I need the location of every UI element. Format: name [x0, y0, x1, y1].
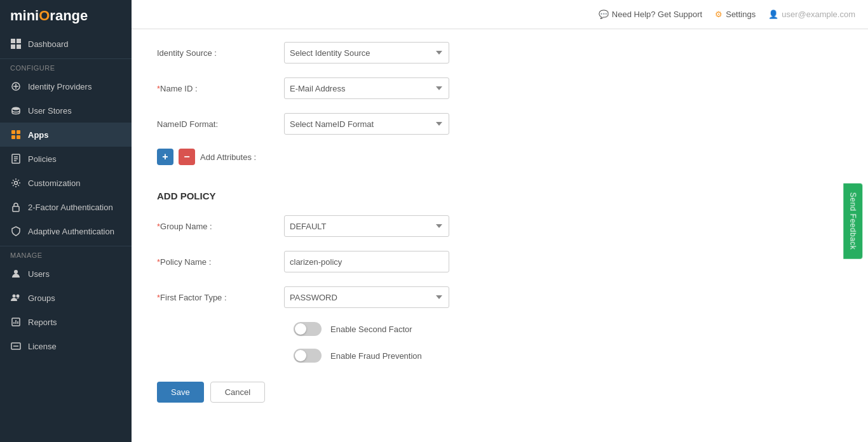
- first-factor-label: *First Factor Type :: [157, 293, 284, 302]
- svg-point-16: [14, 270, 18, 274]
- identity-source-label: Identity Source :: [157, 48, 284, 58]
- nameid-format-select[interactable]: Select NameID Format: [284, 113, 449, 135]
- sidebar-item-policies[interactable]: Policies: [0, 147, 132, 171]
- logo: miniOrange: [0, 0, 132, 32]
- add-attribute-button[interactable]: +: [157, 149, 173, 165]
- help-label: Need Help? Get Support: [612, 10, 702, 19]
- name-id-row: *Name ID : E-Mail Address: [157, 77, 843, 99]
- sidebar-adaptive-auth-label: Adaptive Authentication: [28, 227, 114, 236]
- form-container: Identity Source : Select Identity Source…: [132, 29, 868, 442]
- nameid-format-row: NameID Format: Select NameID Format: [157, 113, 843, 135]
- sidebar-item-license[interactable]: License: [0, 334, 132, 358]
- svg-point-18: [17, 295, 20, 298]
- sidebar-users-label: Users: [28, 269, 50, 279]
- sidebar-user-stores-label: User Stores: [28, 106, 72, 116]
- sidebar-identity-providers-label: Identity Providers: [28, 82, 92, 91]
- identity-providers-icon: [10, 81, 22, 92]
- sidebar: miniOrange Dashboard Configure Identity …: [0, 0, 132, 442]
- logo-mini: mini: [10, 8, 39, 23]
- sidebar-policies-label: Policies: [28, 154, 57, 164]
- sidebar-item-2fa[interactable]: 2-Factor Authentication: [0, 195, 132, 219]
- customization-icon: [10, 177, 22, 189]
- svg-point-17: [13, 295, 16, 298]
- svg-rect-7: [17, 130, 20, 134]
- svg-rect-3: [17, 44, 21, 49]
- first-factor-select[interactable]: PASSWORD: [284, 286, 449, 308]
- nameid-format-label: NameID Format:: [157, 119, 284, 129]
- second-factor-label: Enable Second Factor: [330, 325, 412, 334]
- manage-section: Manage: [0, 246, 132, 262]
- user-label: user@example.com: [782, 10, 855, 19]
- svg-rect-8: [11, 135, 15, 139]
- license-icon: [10, 340, 22, 352]
- sidebar-item-customization[interactable]: Customization: [0, 171, 132, 195]
- sidebar-customization-label: Customization: [28, 178, 80, 188]
- svg-rect-15: [13, 206, 19, 211]
- add-attributes-row: + − Add Attributes :: [157, 149, 843, 165]
- remove-attribute-button[interactable]: −: [179, 149, 195, 165]
- user-stores-icon: [10, 105, 22, 116]
- sidebar-item-groups[interactable]: Groups: [0, 286, 132, 310]
- topbar: 💬 Need Help? Get Support ⚙ Settings 👤 us…: [132, 0, 868, 29]
- dashboard-icon: [10, 38, 22, 50]
- help-icon: 💬: [599, 10, 609, 19]
- sidebar-item-adaptive-auth[interactable]: Adaptive Authentication: [0, 219, 132, 243]
- second-factor-toggle-knob: [295, 323, 306, 335]
- sidebar-item-dashboard[interactable]: Dashboard: [0, 32, 132, 56]
- second-factor-toggle[interactable]: [294, 322, 322, 336]
- name-id-select[interactable]: E-Mail Address: [284, 77, 449, 99]
- identity-source-select[interactable]: Select Identity Source: [284, 42, 449, 64]
- policy-name-input[interactable]: [284, 251, 449, 272]
- save-button[interactable]: Save: [157, 382, 204, 403]
- svg-point-5: [12, 107, 20, 110]
- fraud-prevention-label: Enable Fraud Prevention: [330, 351, 422, 361]
- sidebar-groups-label: Groups: [28, 293, 55, 303]
- send-feedback-tab[interactable]: Send Feedback: [844, 184, 863, 259]
- sidebar-license-label: License: [28, 342, 57, 351]
- groups-icon: [10, 292, 22, 304]
- sidebar-item-user-stores[interactable]: User Stores: [0, 98, 132, 123]
- logo-o: O: [39, 8, 50, 23]
- logo-range: range: [50, 8, 88, 23]
- sidebar-apps-label: Apps: [28, 130, 49, 140]
- fraud-prevention-toggle-knob: [295, 350, 306, 361]
- user-profile[interactable]: 👤 user@example.com: [768, 10, 855, 19]
- apps-icon: [10, 129, 22, 140]
- fraud-prevention-toggle-row: Enable Fraud Prevention: [157, 349, 843, 363]
- sidebar-item-apps[interactable]: Apps: [0, 123, 132, 147]
- sidebar-item-identity-providers[interactable]: Identity Providers: [0, 74, 132, 98]
- policies-icon: [10, 153, 22, 164]
- fraud-prevention-toggle[interactable]: [294, 349, 322, 363]
- user-icon: 👤: [768, 10, 778, 19]
- group-name-select[interactable]: DEFAULT: [284, 215, 449, 237]
- main-wrapper: 💬 Need Help? Get Support ⚙ Settings 👤 us…: [132, 0, 868, 442]
- policy-name-row: *Policy Name :: [157, 251, 843, 272]
- second-factor-toggle-row: Enable Second Factor: [157, 322, 843, 336]
- configure-section: Configure: [0, 58, 132, 74]
- sidebar-item-reports[interactable]: Reports: [0, 310, 132, 334]
- svg-rect-2: [11, 44, 15, 49]
- svg-rect-6: [11, 130, 15, 134]
- policy-name-label: *Policy Name :: [157, 257, 284, 267]
- group-name-label: *Group Name :: [157, 222, 284, 231]
- users-icon: [10, 268, 22, 279]
- svg-point-14: [15, 182, 18, 185]
- svg-rect-1: [17, 39, 21, 43]
- cancel-button[interactable]: Cancel: [210, 382, 265, 403]
- sidebar-dashboard-label: Dashboard: [28, 39, 69, 49]
- group-name-row: *Group Name : DEFAULT: [157, 215, 843, 237]
- settings-label: Settings: [726, 10, 756, 19]
- content-area: Identity Source : Select Identity Source…: [132, 29, 868, 442]
- first-factor-row: *First Factor Type : PASSWORD: [157, 286, 843, 308]
- sidebar-item-users[interactable]: Users: [0, 262, 132, 286]
- identity-source-row: Identity Source : Select Identity Source: [157, 42, 843, 64]
- help-support[interactable]: 💬 Need Help? Get Support: [599, 10, 702, 19]
- 2fa-icon: [10, 201, 22, 213]
- action-buttons: Save Cancel: [157, 382, 843, 403]
- sidebar-reports-label: Reports: [28, 318, 57, 327]
- sidebar-2fa-label: 2-Factor Authentication: [28, 203, 113, 212]
- add-policy-title: ADD POLICY: [157, 184, 843, 201]
- adaptive-auth-icon: [10, 225, 22, 237]
- reports-icon: [10, 316, 22, 328]
- settings-item[interactable]: ⚙ Settings: [715, 10, 756, 19]
